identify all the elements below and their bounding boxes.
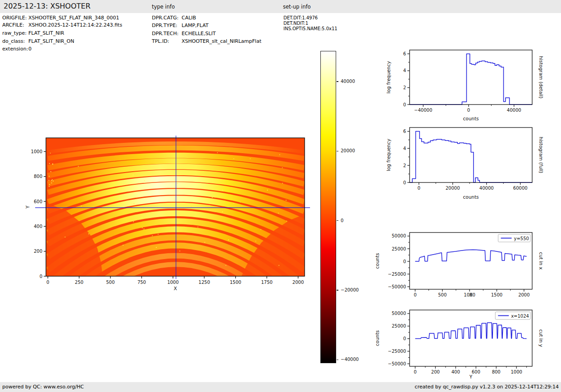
field-value: 0: [28, 46, 32, 52]
svg-text:2: 2: [403, 163, 406, 168]
svg-text:2000: 2000: [518, 292, 529, 297]
svg-text:750: 750: [137, 280, 146, 285]
svg-text:1000: 1000: [31, 149, 42, 154]
histogram-detail-plot: −400000400000246countslog frequencyhisto…: [374, 43, 561, 126]
field-value: 1.4976: [302, 15, 318, 20]
colorbar-tick: [337, 220, 338, 221]
svg-text:1250: 1250: [199, 280, 210, 285]
svg-text:1000: 1000: [511, 369, 522, 374]
svg-text:50000: 50000: [392, 233, 406, 238]
field-label: TPL.ID:: [152, 38, 182, 44]
svg-text:2000: 2000: [292, 280, 304, 285]
field-value: LAMP,FLAT: [182, 23, 209, 28]
field-value: CALIB: [182, 15, 196, 21]
file-info-row: extension:0: [2, 46, 32, 52]
svg-text:40000: 40000: [507, 108, 521, 113]
svg-text:0: 0: [403, 180, 406, 185]
svg-text:800: 800: [492, 369, 501, 374]
svg-text:0: 0: [417, 186, 420, 191]
colorbar-tick: [337, 81, 338, 82]
field-label: DPR.TECH:: [152, 31, 182, 36]
svg-text:1750: 1750: [261, 280, 272, 285]
svg-text:200: 200: [34, 249, 42, 254]
field-label: do_class:: [2, 38, 28, 44]
svg-text:4: 4: [403, 68, 406, 73]
qc-report-page: 2025-12-13: XSHOOTER type info set-up in…: [0, 0, 561, 392]
svg-text:counts: counts: [463, 194, 479, 200]
field-label: INS.OPTI5.NAME:: [283, 26, 322, 31]
histogram-full-plot: 02000040000600000246countslog frequencyh…: [374, 124, 561, 210]
cut-in-x-plot: 050010001500200050000250000−25000−50000X…: [374, 225, 561, 302]
field-label: ORIGFILE:: [2, 15, 28, 21]
setup-info-row: DET.NDIT:1: [283, 21, 308, 26]
field-label: ARCFILE:: [2, 22, 28, 28]
svg-text:1500: 1500: [230, 280, 241, 285]
colorbar: 40000200000−20000−40000: [320, 51, 336, 363]
colorbar-tick-label: 0: [341, 218, 343, 223]
colorbar-tick: [337, 151, 338, 151]
svg-text:6: 6: [403, 129, 406, 134]
svg-text:800: 800: [34, 174, 42, 179]
flat-field-image-plot: 0250500750100012501500175020000200400600…: [18, 131, 338, 304]
svg-text:0: 0: [403, 336, 406, 341]
colorbar-tick-label: 20000: [341, 148, 355, 153]
svg-text:0: 0: [414, 369, 416, 374]
svg-text:y=550: y=550: [514, 236, 529, 241]
svg-text:0: 0: [467, 108, 470, 113]
footer-bar: powered by QC: www.eso.org/HC created by…: [0, 382, 561, 392]
svg-text:X: X: [469, 292, 472, 297]
field-label: raw_type:: [2, 30, 28, 36]
type-info-row: DPR.TYPE:LAMP,FLAT: [152, 23, 209, 28]
colorbar-tick-label: −40000: [341, 357, 359, 362]
colorbar-gradient: [320, 51, 336, 363]
svg-text:Y: Y: [25, 205, 30, 209]
setup-info-row: DET.DIT:1.4976: [283, 15, 318, 20]
setup-info-heading: set-up info: [283, 4, 311, 10]
field-label: extension:: [2, 46, 28, 52]
field-value: XSHOO.2025-12-14T12:14:22.243.fits: [28, 22, 122, 28]
svg-text:400: 400: [34, 224, 42, 229]
svg-text:Y: Y: [469, 374, 473, 379]
footer-right-text: created by qc_rawdisp.py v1.2.3 on 2025-…: [415, 384, 559, 390]
svg-text:250: 250: [75, 280, 83, 285]
svg-text:0: 0: [414, 292, 416, 297]
colorbar-tick: [337, 360, 338, 360]
field-value: 1: [306, 21, 308, 26]
svg-text:1500: 1500: [491, 292, 502, 297]
svg-text:−40000: −40000: [414, 108, 432, 113]
svg-text:log frequency: log frequency: [386, 139, 391, 171]
svg-text:−25000: −25000: [388, 272, 406, 277]
svg-text:counts: counts: [463, 116, 479, 121]
svg-text:0: 0: [46, 280, 49, 285]
svg-text:cut in y: cut in y: [538, 329, 544, 347]
field-value: ECHELLE,SLIT: [182, 31, 216, 36]
svg-text:counts: counts: [374, 253, 380, 269]
svg-text:X: X: [173, 286, 177, 291]
page-title: 2025-12-13: XSHOOTER: [4, 2, 91, 10]
colorbar-tick: [337, 290, 338, 290]
svg-text:4: 4: [403, 146, 406, 151]
field-label: DPR.CATG:: [152, 15, 182, 21]
svg-text:x=1024: x=1024: [511, 314, 529, 319]
field-value: XSHOOTER_SLT_FLAT_NIR_348_0001: [28, 15, 119, 21]
svg-text:25000: 25000: [392, 246, 406, 251]
svg-text:60000: 60000: [513, 186, 528, 191]
field-label: DPR.TYPE:: [152, 23, 182, 28]
type-info-row: DPR.CATG:CALIB: [152, 15, 196, 21]
svg-text:0: 0: [403, 259, 406, 264]
svg-text:400: 400: [452, 369, 460, 374]
svg-text:25000: 25000: [392, 324, 406, 328]
svg-text:counts: counts: [374, 330, 380, 346]
svg-text:2: 2: [403, 85, 406, 90]
svg-text:500: 500: [438, 292, 447, 297]
cut-in-y-plot: 0200400600800100050000250000−25000−50000…: [374, 303, 561, 382]
svg-text:40000: 40000: [479, 186, 494, 191]
header-bar: 2025-12-13: XSHOOTER type info set-up in…: [0, 0, 561, 13]
field-label: DET.NDIT:: [283, 21, 306, 26]
svg-text:6: 6: [403, 51, 406, 56]
svg-text:−50000: −50000: [388, 361, 406, 366]
field-value: FLAT_SLIT_NIR: [28, 30, 64, 36]
svg-text:1000: 1000: [167, 280, 178, 285]
svg-text:−25000: −25000: [388, 349, 406, 354]
field-label: DET.DIT:: [283, 15, 302, 20]
